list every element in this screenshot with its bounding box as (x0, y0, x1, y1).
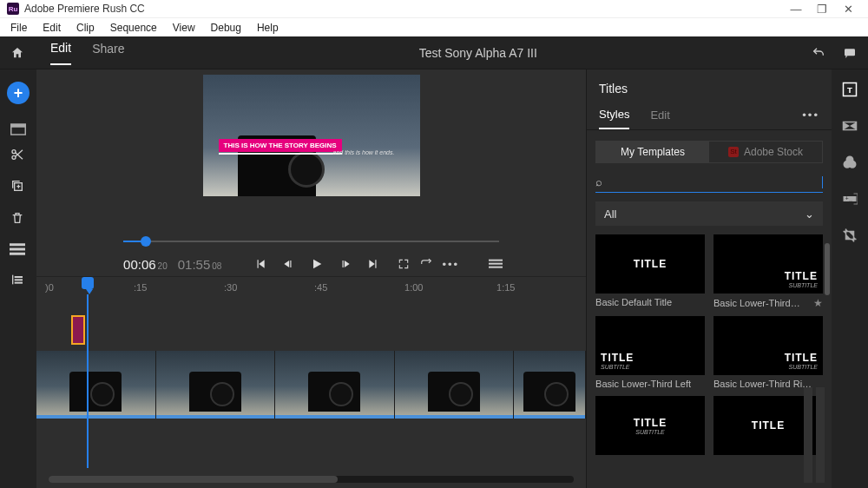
menu-view[interactable]: View (166, 22, 202, 34)
template-item[interactable]: TITLESUBTITLEBasic Lower-Third Left (595, 316, 705, 389)
preview-area: THIS IS HOW THE STORY BEGINS and this is… (36, 69, 586, 234)
expand-tracks-icon[interactable] (10, 273, 24, 287)
delete-icon[interactable] (10, 210, 24, 226)
timeline-clip[interactable] (156, 351, 275, 419)
tab-share[interactable]: Share (92, 42, 124, 64)
svg-point-21 (849, 162, 856, 168)
template-label: Basic Lower-Third Left (595, 379, 705, 389)
app-title: Adobe Premiere Rush CC (24, 3, 783, 15)
ruler-tick: :15 (134, 282, 147, 293)
svg-rect-12 (12, 275, 13, 285)
menu-help[interactable]: Help (250, 22, 286, 34)
template-thumb: TITLESUBTITLE (713, 234, 823, 293)
tab-styles[interactable]: Styles (599, 101, 629, 129)
tab-edit-title[interactable]: Edit (650, 102, 669, 129)
svg-rect-0 (845, 49, 855, 56)
menu-sequence[interactable]: Sequence (103, 22, 164, 34)
panel-more-icon[interactable]: ••• (802, 109, 819, 122)
window-maximize-button[interactable]: ❐ (809, 3, 835, 16)
window-titlebar: Ru Adobe Premiere Rush CC — ❐ ✕ (0, 0, 868, 17)
template-filter-dropdown[interactable]: All ⌄ (595, 201, 823, 226)
panel-heading: Titles (587, 69, 832, 101)
timeline-ruler[interactable]: )0 :15 :30 :45 1:00 1:15 (36, 276, 586, 299)
scrub-track (123, 241, 499, 242)
more-playback-options-icon[interactable]: ••• (442, 258, 459, 271)
timeline-clip[interactable] (514, 351, 585, 419)
timeline-tools (0, 148, 36, 287)
timeline-clip[interactable] (395, 351, 514, 419)
color-tool-icon[interactable] (842, 155, 858, 170)
source-adobe-stock[interactable]: StAdobe Stock (709, 142, 822, 162)
scrub-thumb[interactable] (141, 236, 151, 247)
template-source-switch: My Templates StAdobe Stock (595, 141, 823, 163)
template-item[interactable]: TITLESUBTITLE (595, 396, 705, 458)
project-title: Test Sony Alpha A7 III (145, 46, 811, 60)
menu-file[interactable]: File (3, 22, 34, 34)
svg-rect-10 (10, 248, 25, 251)
playback-scrubber[interactable] (123, 234, 499, 248)
scissors-icon[interactable] (10, 148, 25, 162)
svg-rect-3 (489, 260, 503, 261)
preview-title-overlay: THIS IS HOW THE STORY BEGINS (219, 139, 342, 152)
tab-edit[interactable]: Edit (50, 41, 71, 65)
preview-frame[interactable]: THIS IS HOW THE STORY BEGINS and this is… (203, 75, 420, 196)
menubar: File Edit Clip Sequence View Debug Help (0, 17, 868, 36)
timeline-title-clip[interactable] (71, 315, 85, 345)
audio-tool-icon[interactable]: +⎯ (842, 191, 858, 207)
step-back-icon[interactable] (282, 258, 294, 270)
transitions-tool-icon[interactable] (842, 118, 858, 134)
loop-icon[interactable] (419, 258, 433, 270)
search-input[interactable] (611, 176, 822, 188)
comment-icon[interactable] (842, 46, 858, 60)
project-panel-icon[interactable] (10, 123, 26, 135)
ruler-tick: )0 (45, 282, 54, 293)
preview-subtitle-overlay: and this is how it ends. (333, 149, 395, 155)
scrollbar-thumb[interactable] (49, 476, 338, 483)
timecode-current: 00:06 (123, 257, 156, 272)
template-item[interactable]: TITLESUBTITLEBasic Lower-Third Ri… (713, 316, 823, 389)
timeline-view-toggle-icon[interactable] (489, 259, 503, 269)
crop-tool-icon[interactable] (842, 228, 858, 243)
template-thumb-title: TITLE (785, 270, 818, 282)
undo-icon[interactable] (811, 46, 826, 60)
template-thumb-title: TITLE (785, 352, 818, 364)
template-search[interactable]: ⌕ (595, 172, 823, 193)
window-close-button[interactable]: ✕ (835, 3, 861, 16)
menu-edit[interactable]: Edit (36, 22, 68, 34)
stock-icon: St (728, 147, 739, 157)
playhead[interactable] (82, 277, 94, 289)
svg-rect-9 (10, 243, 25, 246)
go-to-end-icon[interactable] (367, 258, 379, 270)
template-item[interactable]: TITLEBasic Default Title (595, 234, 705, 309)
template-item[interactable]: TITLESUBTITLEBasic Lower-Third…★ (713, 234, 823, 309)
menu-clip[interactable]: Clip (69, 22, 102, 34)
play-icon[interactable] (310, 257, 324, 271)
go-to-start-icon[interactable] (254, 258, 266, 270)
add-media-button[interactable]: + (7, 82, 30, 104)
audio-meter (799, 387, 830, 483)
timecode: 00:06 20 01:55 08 (123, 257, 230, 272)
template-thumb-subtitle: SUBTITLE (601, 364, 629, 370)
tracks-icon[interactable] (10, 243, 25, 255)
svg-rect-15 (15, 282, 23, 284)
menu-debug[interactable]: Debug (204, 22, 248, 34)
duplicate-icon[interactable] (10, 179, 25, 193)
star-icon[interactable]: ★ (813, 297, 823, 309)
timeline-clip[interactable] (275, 351, 394, 419)
svg-text:+⎯: +⎯ (845, 195, 853, 202)
fullscreen-icon[interactable] (397, 258, 411, 270)
timeline-video-track[interactable] (36, 351, 586, 419)
timecode-current-frames: 20 (158, 261, 168, 271)
window-minimize-button[interactable]: — (783, 3, 809, 16)
titles-tool-icon[interactable]: T (842, 82, 858, 97)
source-my-templates[interactable]: My Templates (596, 142, 709, 162)
audio-meter-l (804, 387, 812, 483)
panel-scrollbar[interactable] (825, 243, 830, 295)
home-icon[interactable] (10, 46, 24, 60)
timeline-horizontal-scrollbar[interactable] (49, 476, 574, 483)
svg-text:T: T (847, 85, 852, 95)
timeline-clip[interactable] (36, 351, 155, 419)
step-forward-icon[interactable] (339, 258, 352, 270)
main-area: + THIS IS HOW THE STORY BEGINS and this … (0, 69, 868, 488)
template-label: Basic Default Title (595, 297, 705, 307)
